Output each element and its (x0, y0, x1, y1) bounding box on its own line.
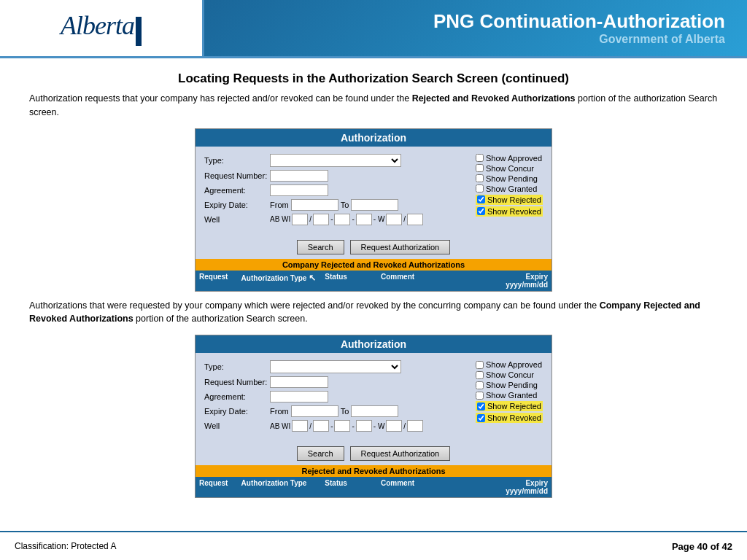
checkboxes-col: Show Approved Show Concur Show Pending S… (476, 154, 543, 228)
show-concur-label-2: Show Concur (486, 370, 534, 379)
ab-wi-label: AB WI (270, 215, 290, 223)
show-approved-label-2: Show Approved (486, 360, 542, 369)
show-rejected-checkbox[interactable] (477, 195, 485, 203)
show-pending-label-2: Show Pending (486, 381, 538, 389)
form1-request-auth-button[interactable]: Request Authorization (350, 240, 451, 254)
th-request-2: Request (196, 477, 238, 497)
show-pending-label: Show Pending (486, 174, 538, 183)
form2-section-bar: Rejected and Revoked Authorizations (196, 465, 551, 477)
auth-form-2-body: Type: Request Number: Agreement: Expiry … (196, 353, 551, 442)
agreement-input-2[interactable] (270, 391, 328, 402)
expiry-from-input-2[interactable] (291, 405, 338, 417)
show-concur-label: Show Concur (486, 164, 534, 173)
request-number-row-2: Request Number: (204, 376, 468, 388)
expiry-to-input-2[interactable] (351, 405, 398, 417)
well2-input-3[interactable] (334, 420, 350, 432)
th-comment-1: Comment (377, 271, 495, 291)
checkboxes-col-2: Show Approved Show Concur Show Pending S… (476, 360, 543, 435)
footer-page: Page 40 of 42 (672, 541, 732, 552)
desc1-bold: Rejected and Revoked Authorizations (412, 93, 576, 104)
expiry-date-row: Expiry Date: From To (204, 199, 468, 211)
section-title: Locating Requests in the Authorization S… (29, 71, 718, 86)
show-approved-row: Show Approved (476, 154, 543, 163)
desc1-prefix: Authorization requests that your company… (29, 93, 412, 104)
auth-panel-1-header: Authorization (196, 129, 551, 147)
auth-panel-2-header: Authorization (196, 335, 551, 353)
well-input-3[interactable] (334, 214, 350, 225)
request-number-input-2[interactable] (270, 376, 328, 388)
well-input-6[interactable] (407, 214, 423, 225)
well2-input-5[interactable] (386, 420, 402, 432)
page-footer: Classification: Protected A Page 40 of 4… (0, 531, 747, 560)
show-concur-row: Show Concur (476, 164, 543, 173)
form2-buttons-row: Search Request Authorization (196, 442, 551, 465)
show-rejected-checkbox-2[interactable] (477, 402, 485, 411)
show-approved-row-2: Show Approved (476, 360, 543, 369)
from-label: From (270, 201, 289, 209)
expiry-to-input[interactable] (351, 199, 398, 211)
cursor-icon: ↖ (309, 273, 316, 283)
to-label: To (341, 201, 349, 209)
form2-request-auth-button[interactable]: Request Authorization (350, 446, 451, 461)
header-main-title: PNG Continuation-Authorization (433, 10, 725, 33)
show-granted-label-2: Show Granted (486, 391, 537, 400)
type-select[interactable] (270, 154, 401, 167)
form2-table-header: Request Authorization Type Status Commen… (196, 477, 551, 497)
show-concur-checkbox[interactable] (476, 164, 484, 172)
request-number-label-2: Request Number: (204, 378, 270, 386)
show-granted-label: Show Granted (486, 184, 537, 193)
expiry-date-row-2: Expiry Date: From To (204, 405, 468, 417)
show-revoked-checkbox[interactable] (477, 207, 485, 215)
request-number-label: Request Number: (204, 171, 270, 180)
request-number-input[interactable] (270, 170, 328, 182)
type-row: Type: (204, 154, 468, 167)
show-granted-checkbox[interactable] (476, 184, 484, 192)
well-input-4[interactable] (356, 214, 372, 225)
agreement-input[interactable] (270, 184, 328, 196)
th-expiry-1: Expiry yyyy/mm/dd (495, 271, 551, 291)
show-concur-checkbox-2[interactable] (476, 371, 484, 379)
show-pending-checkbox-2[interactable] (476, 381, 484, 389)
th-comment-2: Comment (377, 477, 495, 497)
form1-table-header: Request Authorization Type ↖ Status Comm… (196, 271, 551, 291)
form1-section-bar: Company Rejected and Revoked Authorizati… (196, 259, 551, 271)
agreement-label-2: Agreement: (204, 392, 270, 401)
show-pending-row-2: Show Pending (476, 381, 543, 389)
th-expiry-2: Expiry yyyy/mm/dd (495, 477, 551, 497)
header-subtitle: Government of Alberta (599, 33, 725, 46)
well2-input-4[interactable] (356, 420, 372, 432)
show-approved-checkbox-2[interactable] (476, 361, 484, 369)
show-granted-checkbox-2[interactable] (476, 392, 484, 400)
show-approved-label: Show Approved (486, 154, 542, 163)
show-pending-row: Show Pending (476, 174, 543, 183)
request-number-row: Request Number: (204, 170, 468, 182)
show-revoked-checkbox-2[interactable] (477, 414, 485, 422)
header-title-area: PNG Continuation-Authorization Governmen… (204, 0, 747, 56)
type-select-2[interactable] (270, 360, 401, 373)
well-input-5[interactable] (386, 214, 402, 225)
form2-search-button[interactable]: Search (297, 446, 344, 461)
logo-bar (136, 17, 142, 46)
th-authtype-label-1: Authorization Type (241, 274, 307, 282)
show-granted-row-2: Show Granted (476, 391, 543, 400)
form1-search-button[interactable]: Search (297, 240, 344, 254)
th-request-1: Request (196, 271, 238, 291)
desc2-prefix: Authorizations that were requested by yo… (29, 300, 600, 311)
well2-input-6[interactable] (407, 420, 423, 432)
page-header: Alberta PNG Continuation-Authorization G… (0, 0, 747, 58)
well-input-2[interactable] (313, 214, 329, 225)
section-desc-2: Authorizations that were requested by yo… (29, 299, 718, 327)
expiry-from-input[interactable] (291, 199, 338, 211)
well2-input-1[interactable] (292, 420, 308, 432)
show-rejected-label: Show Rejected (487, 195, 541, 204)
show-approved-checkbox[interactable] (476, 154, 484, 162)
section-desc-1: Authorization requests that your company… (29, 92, 718, 120)
show-revoked-label: Show Revoked (487, 207, 541, 216)
well-input-1[interactable] (292, 214, 308, 225)
to-label-2: To (341, 407, 349, 416)
show-pending-checkbox[interactable] (476, 174, 484, 182)
th-status-1: Status (321, 271, 377, 291)
show-revoked-row: Show Revoked (476, 206, 543, 217)
well-row-2: Well AB WI / - - - W / (204, 420, 468, 432)
well2-input-2[interactable] (313, 420, 329, 432)
